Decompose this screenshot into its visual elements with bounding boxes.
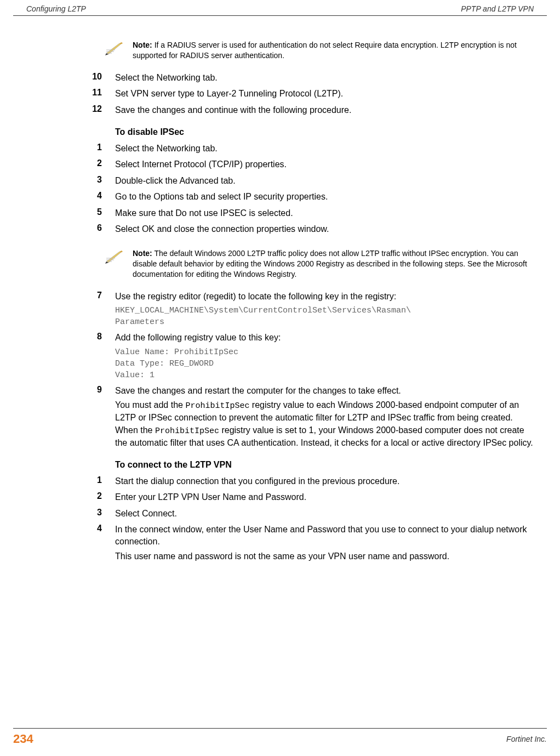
step-number: 1 [22,143,115,155]
footer-company: Fortinet Inc. [506,735,547,743]
step-text: Use the registry editor (regedit) to loc… [115,291,537,328]
step-b2: 2 Select Internet Protocol (TCP/IP) prop… [22,158,537,170]
step-c4: 4 In the connect window, enter the User … [22,524,537,562]
step-number: 6 [22,223,115,235]
step-9-text: Save the changes and restart the compute… [115,386,401,395]
step-text: Select Connect. [115,508,537,520]
step-c1: 1 Start the dialup connection that you c… [22,475,537,487]
note-icon [104,40,126,59]
step-text: Double-click the Advanced tab. [115,175,537,187]
step-c4-text: In the connect window, enter the User Na… [115,525,527,546]
step-b6: 6 Select OK and close the connection pro… [22,223,537,235]
step-number: 8 [22,332,115,380]
step-number: 12 [22,104,115,116]
note-icon [104,248,126,267]
page-number: 234 [13,732,33,746]
step-text: Select Internet Protocol (TCP/IP) proper… [115,158,537,170]
step-number: 3 [22,508,115,520]
step-number: 9 [22,385,115,449]
note-body: If a RADIUS server is used for authentic… [133,41,517,60]
code-prohibitipsec-1: ProhibitIpSec [185,401,249,411]
step-9: 9 Save the changes and restart the compu… [22,385,537,449]
step-7-text: Use the registry editor (regedit) to loc… [115,292,396,301]
step-number: 1 [22,475,115,487]
step-b5: 5 Make sure that Do not use IPSEC is sel… [22,207,537,219]
step-number: 7 [22,291,115,328]
note-block-1: Note: If a RADIUS server is used for aut… [104,40,532,61]
step-number: 4 [22,524,115,562]
step-c2: 2 Enter your L2TP VPN User Name and Pass… [22,491,537,503]
step-8-text: Add the following registry value to this… [115,333,281,342]
page-footer: 234 Fortinet Inc. [13,728,547,749]
step-12: 12 Save the changes and continue with th… [22,104,537,116]
step-text: In the connect window, enter the User Na… [115,524,537,562]
step-text: Select the Networking tab. [115,143,537,155]
step-number: 4 [22,191,115,203]
page-content: Note: If a RADIUS server is used for aut… [0,16,560,577]
sub-a: You must add the [115,400,185,410]
step-number: 2 [22,491,115,503]
step-number: 2 [22,158,115,170]
step-number: 5 [22,207,115,219]
step-text: Add the following registry value to this… [115,332,537,380]
step-text: Make sure that Do not use IPSEC is selec… [115,207,537,219]
step-c4-sub: This user name and password is not the s… [115,550,537,562]
registry-path: HKEY_LOCAL_MACHINE\System\CurrentControl… [115,305,537,328]
heading-disable-ipsec: To disable IPSec [115,127,538,137]
step-b3: 3 Double-click the Advanced tab. [22,175,537,187]
code-prohibitipsec-2: ProhibitIpSec [155,427,219,436]
registry-value: Value Name: ProhibitIpSec Data Type: REG… [115,346,537,381]
step-10: 10 Select the Networking tab. [22,72,537,84]
header-right: PPTP and L2TP VPN [461,4,534,13]
step-text: Select the Networking tab. [115,72,537,84]
step-c3: 3 Select Connect. [22,508,537,520]
page-header: Configuring L2TP PPTP and L2TP VPN [13,0,547,16]
step-b4: 4 Go to the Options tab and select IP se… [22,191,537,203]
step-text: Select OK and close the connection prope… [115,223,537,235]
step-text: Enter your L2TP VPN User Name and Passwo… [115,491,537,503]
step-text: Save the changes and restart the compute… [115,385,537,449]
step-number: 11 [22,88,115,100]
note-block-2: Note: The default Windows 2000 L2TP traf… [104,248,532,280]
step-number: 10 [22,72,115,84]
note-text-2: Note: The default Windows 2000 L2TP traf… [133,248,532,280]
step-number: 3 [22,175,115,187]
step-text: Save the changes and continue with the f… [115,104,537,116]
step-text: Start the dialup connection that you con… [115,475,537,487]
step-9-sub: You must add the ProhibitIpSec registry … [115,399,537,449]
header-left: Configuring L2TP [26,4,86,13]
heading-connect-l2tp: To connect to the L2TP VPN [115,460,538,470]
note-label: Note: [133,249,152,258]
step-11: 11 Set VPN server type to Layer-2 Tunnel… [22,88,537,100]
step-b1: 1 Select the Networking tab. [22,143,537,155]
note-label: Note: [133,41,152,49]
note-body: The default Windows 2000 L2TP traffic po… [133,249,527,278]
step-text: Go to the Options tab and select IP secu… [115,191,537,203]
note-text-1: Note: If a RADIUS server is used for aut… [133,40,532,61]
step-8: 8 Add the following registry value to th… [22,332,537,380]
step-text: Set VPN server type to Layer-2 Tunneling… [115,88,537,100]
step-7: 7 Use the registry editor (regedit) to l… [22,291,537,328]
